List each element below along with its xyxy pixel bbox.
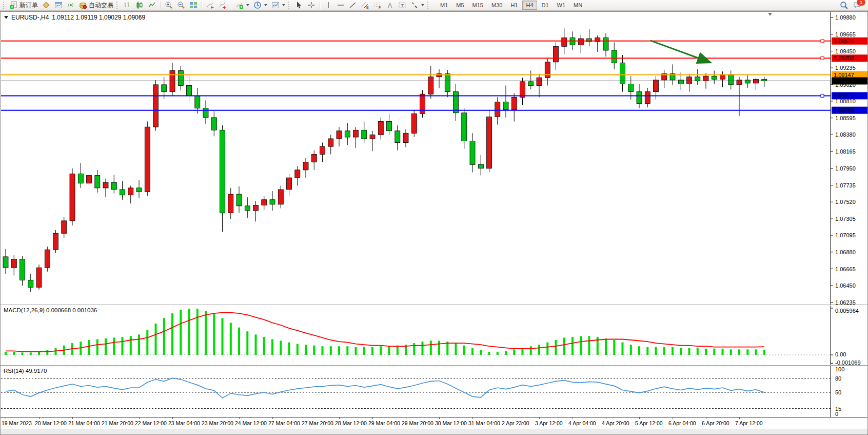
text-tool-button[interactable]: A (384, 0, 396, 11)
price-chart-canvas[interactable]: 1.098801.096651.094501.092351.090201.088… (1, 12, 867, 305)
macd-bar (171, 313, 173, 355)
candle-body (245, 206, 250, 211)
dropdown-caret-icon (421, 4, 424, 6)
time-axis-tick (6, 418, 6, 419)
toolbar-grip[interactable] (3, 2, 6, 9)
fibonacci-icon: F (373, 1, 382, 9)
channel-tool-button[interactable]: E (359, 0, 371, 11)
time-axis-tick (339, 418, 340, 419)
chart-title-bar[interactable]: EURUSD-,H4 1.09112 1.09119 1.09029 1.090… (4, 14, 145, 21)
templates-button[interactable] (269, 0, 287, 11)
candlestick-chart-button[interactable] (133, 0, 146, 11)
rsi-value: 49.9170 (26, 368, 47, 374)
periods-button[interactable] (251, 0, 269, 11)
tile-windows-button[interactable] (187, 0, 200, 11)
macd-canvas[interactable]: 0.0059640.00-0.001069 (1, 306, 867, 365)
macd-bar (722, 349, 724, 355)
auto-trading-button[interactable]: 自动交易 (77, 0, 115, 11)
macd-bar (5, 352, 7, 355)
candle-body (128, 188, 133, 195)
time-axis-tick (372, 418, 373, 419)
timeframe-button-mn[interactable]: MN (570, 1, 586, 10)
time-axis-label: 5 Apr 12:00 (635, 420, 663, 426)
timeframe-button-m15[interactable]: M15 (469, 1, 487, 10)
macd-bar (471, 348, 474, 355)
macd-bar (138, 334, 140, 355)
line-chart-button[interactable] (146, 0, 158, 11)
chart-shift-marker (768, 13, 772, 16)
chat-button[interactable]: 1 (853, 1, 862, 9)
macd-bar (630, 345, 632, 355)
macd-bar (688, 348, 691, 355)
timeframe-button-m5[interactable]: M5 (452, 1, 467, 10)
rsi-canvas[interactable]: 1008050150 (1, 366, 867, 417)
time-axis-label: 28 Mar 12:00 (335, 420, 367, 426)
cursor-button[interactable] (293, 0, 305, 11)
macd-label: MACD(12,26,9) (4, 307, 45, 313)
price-chart-panel[interactable]: 1.098801.096651.094501.092351.090201.088… (1, 12, 867, 305)
candle-body (395, 131, 400, 143)
line-drag-handle[interactable] (821, 56, 824, 60)
candle-body (53, 233, 58, 250)
symbol-dropdown-icon[interactable] (4, 16, 8, 19)
time-axis-tick (406, 418, 406, 419)
macd-bar (305, 345, 307, 355)
time-axis[interactable]: 19 Mar 202320 Mar 12:0021 Mar 04:0021 Ma… (1, 418, 867, 429)
signals-button[interactable] (65, 0, 77, 11)
candle-body (103, 182, 108, 188)
candle-body (703, 76, 708, 81)
macd-bar (697, 348, 699, 355)
trend-arrow-annotation[interactable] (650, 41, 709, 62)
arrows-tool-button[interactable] (408, 0, 426, 11)
time-axis-tick (606, 418, 606, 419)
candle-body (287, 178, 292, 190)
crosshair-button[interactable] (305, 0, 318, 11)
macd-bar (422, 342, 424, 355)
macd-values: 0.000668 0.001036 (46, 307, 97, 313)
rsi-indicator-panel[interactable]: 1008050150 RSI(14) 49.9170 (1, 366, 867, 417)
toolbar-grip[interactable] (116, 2, 119, 9)
candle-body (645, 92, 650, 104)
candle-body (353, 130, 359, 137)
macd-bar (313, 346, 315, 355)
zoom-out-button[interactable] (175, 0, 187, 11)
macd-bar (380, 346, 382, 355)
timeframe-button-m1[interactable]: M1 (437, 1, 451, 10)
timeframe-button-d1[interactable]: D1 (538, 1, 553, 10)
horizontal-line-tool-button[interactable] (334, 0, 347, 11)
price-axis-label: 1.07305 (835, 216, 856, 222)
auto-scroll-button[interactable] (204, 0, 216, 11)
macd-indicator-panel[interactable]: 0.0059640.00-0.001069 MACD(12,26,9) 0.00… (1, 306, 867, 365)
fibonacci-tool-button[interactable]: F (371, 0, 384, 11)
timeframe-button-h4[interactable]: H4 (522, 1, 537, 10)
macd-bar (571, 337, 574, 355)
chart-shift-button[interactable] (216, 0, 229, 11)
timeframe-button-m30[interactable]: M30 (488, 1, 506, 10)
macd-bar (738, 349, 740, 355)
candle-body (337, 131, 342, 139)
indicators-button[interactable] (233, 0, 251, 11)
timeframe-button-h1[interactable]: H1 (507, 1, 521, 10)
templates-icon (271, 1, 280, 9)
new-order-button[interactable]: 新订单 (8, 0, 40, 11)
search-icon[interactable] (840, 1, 849, 10)
text-label-tool-button[interactable]: T (396, 0, 408, 11)
vertical-line-tool-button[interactable] (322, 0, 334, 11)
bar-chart-icon (123, 1, 131, 9)
bar-chart-button[interactable] (121, 0, 133, 11)
line-drag-handle[interactable] (821, 40, 824, 43)
rsi-scale-label: 50 (835, 389, 841, 395)
trendline-tool-button[interactable] (347, 0, 359, 11)
time-axis-tick (239, 418, 240, 419)
toolbar-grip[interactable] (288, 2, 291, 9)
macd-bar (163, 318, 165, 355)
line-drag-handle[interactable] (821, 94, 824, 97)
toolbar-separator (202, 2, 202, 9)
macd-bar (355, 347, 357, 355)
macd-bar (371, 347, 373, 355)
timeframe-button-w1[interactable]: W1 (554, 1, 569, 10)
new-chart-button[interactable] (52, 0, 65, 11)
zoom-in-button[interactable] (163, 0, 175, 11)
toolbar-grip[interactable] (427, 2, 430, 9)
data-window-button[interactable] (40, 0, 52, 11)
